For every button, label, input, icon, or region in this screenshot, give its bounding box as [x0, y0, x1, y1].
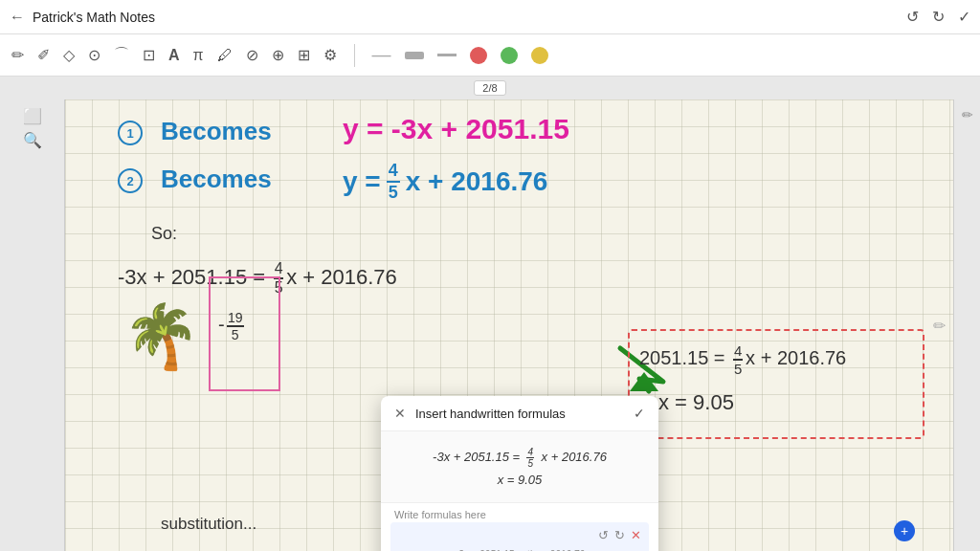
eq2-prefix: y = [343, 166, 381, 197]
pi-tool[interactable]: π [193, 47, 204, 64]
right-fraction: 4 5 [733, 342, 743, 377]
popup-header: ✕ Insert handwritten formulas ✓ [381, 396, 658, 431]
pen-tool[interactable]: ✏ [11, 46, 24, 64]
write-undo-redo: ↺ ↻ ✕ [598, 528, 641, 542]
sidebar-search-icon[interactable]: 🔍 [23, 131, 42, 149]
eq2-suffix: x + 2016.76 [406, 166, 548, 197]
main-area: ⬜ 🔍 1 Becomes y = -3x + 2051.15 2 Become… [0, 99, 980, 551]
back-button[interactable]: ← [10, 9, 25, 26]
sidebar-grid-icon[interactable]: ⬜ [23, 107, 42, 125]
equation-2: y = 4 5 x + 2016.76 [343, 161, 547, 203]
becomes-label-2: Becomes [161, 165, 272, 194]
image-tool[interactable]: ⊡ [143, 46, 155, 64]
subst-text: substitution... [161, 515, 256, 534]
settings-tool[interactable]: ⚙ [323, 46, 337, 64]
page-title: Patrick's Math Notes [33, 10, 899, 25]
write-undo-button[interactable]: ↺ [598, 528, 609, 542]
text-tool[interactable]: A [168, 47, 180, 64]
popup-title: Insert handwritten formulas [415, 407, 624, 421]
zoom-tool[interactable]: ⊕ [272, 46, 284, 64]
shape-tool[interactable]: ⌒ [114, 45, 129, 65]
right-edge-icon[interactable]: ✏ [962, 107, 973, 122]
palm-tree: 🌴 [122, 300, 200, 373]
toolbar-separator [354, 44, 355, 67]
page-indicator-row: 2/8 [0, 77, 980, 99]
canvas-area: 1 Becomes y = -3x + 2051.15 2 Becomes y … [65, 99, 953, 551]
marker-tool[interactable]: 🖊 [217, 47, 233, 64]
minus-icon[interactable]: — [372, 44, 391, 66]
so-label: So: [151, 224, 177, 244]
blue-action-button[interactable]: + [894, 520, 915, 541]
popup-formula-line1: -3x + 2051.15 = 4 5 x + 2016.76 [394, 447, 645, 469]
dash-icon [405, 52, 424, 59]
red-color-button[interactable] [470, 47, 487, 64]
becomes-label-1: Becomes [161, 117, 272, 146]
equation-1: y = -3x + 2051.15 [343, 113, 569, 145]
blue-dot-icon: + [901, 523, 908, 539]
eraser-tool[interactable]: ◇ [63, 46, 75, 64]
lasso-tool[interactable]: ⊙ [88, 46, 100, 64]
left-sidebar: ⬜ 🔍 [0, 99, 65, 551]
formula-popup: ✕ Insert handwritten formulas ✓ -3x + 20… [381, 396, 658, 551]
highlighter-tool[interactable]: ⊘ [246, 46, 258, 64]
right-eq-line2: x = 9.05 [658, 390, 734, 415]
toolbar: ✏ ✐ ◇ ⊙ ⌒ ⊡ A π 🖊 ⊘ ⊕ ⊞ ⚙ — [0, 34, 980, 77]
check-button[interactable]: ✓ [958, 8, 970, 26]
circle-num-1: 1 [118, 121, 143, 145]
circle-num-2: 2 [118, 168, 143, 193]
popup-formula-line2: x = 9.05 [394, 473, 645, 487]
popup-check-button[interactable]: ✓ [634, 406, 645, 421]
eq2-fraction: 4 5 [387, 161, 400, 203]
top-bar: ← Patrick's Math Notes ↺ ↻ ✓ [0, 0, 980, 34]
pink-bracket-box [209, 276, 280, 391]
undo-button[interactable]: ↺ [906, 8, 919, 26]
right-edge: ✏ [953, 99, 980, 551]
top-right-icons: ↺ ↻ ✓ [906, 8, 970, 26]
yellow-color-button[interactable] [531, 47, 548, 64]
write-area-label: Write formulas here [381, 503, 658, 522]
line-icon [437, 54, 457, 56]
redo-button[interactable]: ↻ [932, 8, 945, 26]
right-edge-pencil-icon[interactable]: ✏ [933, 317, 946, 335]
write-redo-button[interactable]: ↻ [614, 528, 625, 542]
page-number: 2/8 [474, 80, 505, 96]
add-tool[interactable]: ⊞ [298, 46, 310, 64]
eq-box-right: 2051.15 = 4 5 x + 2016.76 x = 9.05 [628, 329, 924, 439]
green-color-button[interactable] [501, 47, 518, 64]
popup-fraction: 4 5 [526, 447, 534, 469]
write-area[interactable]: ↺ ↻ ✕ -3x + 2051.15 = ⁴⁄₅x + 2016.76 x =… [390, 522, 649, 551]
write-clear-button[interactable]: ✕ [631, 528, 641, 542]
right-eq-line1: 2051.15 = 4 5 x + 2016.76 [639, 342, 846, 377]
pencil-tool[interactable]: ✐ [37, 46, 50, 64]
popup-preview: -3x + 2051.15 = 4 5 x + 2016.76 x = 9.05 [381, 431, 658, 503]
popup-close-button[interactable]: ✕ [394, 406, 406, 421]
